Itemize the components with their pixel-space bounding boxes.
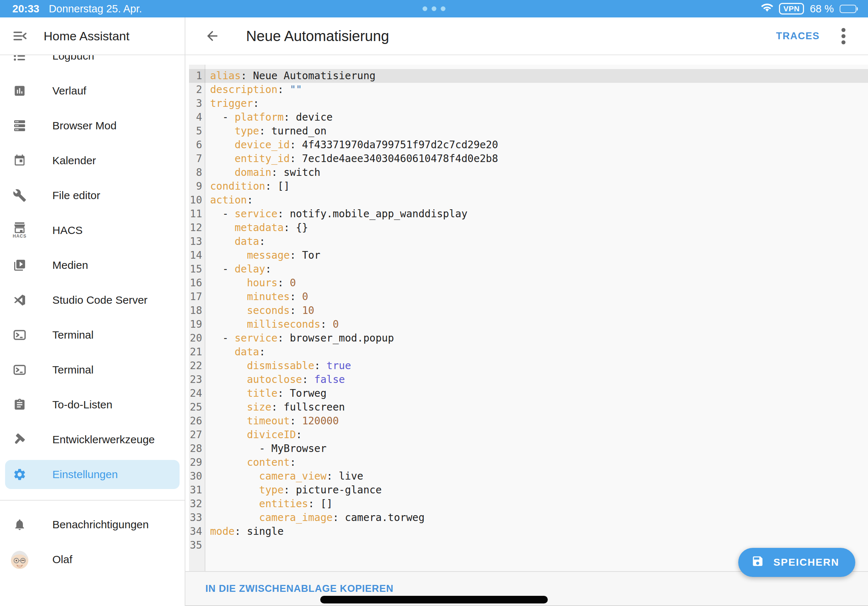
code-text: autoclose: false [205,373,345,386]
sidebar-item-browser-mod[interactable]: Browser Mod [0,108,184,143]
code-line-25[interactable]: 25 size: fullscreen [189,400,868,414]
back-arrow-icon[interactable] [205,28,220,43]
code-line-33[interactable]: 33 camera_image: camera.torweg [189,511,868,525]
todo-list-icon [13,398,26,411]
code-line-2[interactable]: 2description: "" [189,83,868,97]
sidebar-toggle-icon[interactable] [13,30,26,42]
avatar [13,553,26,566]
sidebar-item-hacs[interactable]: HACS HACS [0,213,184,248]
copy-to-clipboard-button[interactable]: IN DIE ZWISCHENABLAGE KOPIEREN [205,583,394,594]
code-text: - service: browser_mod.popup [205,331,394,345]
line-number: 4 [189,110,205,124]
code-line-18[interactable]: 18 seconds: 10 [189,304,868,317]
code-line-3[interactable]: 3trigger: [189,97,868,110]
code-line-31[interactable]: 31 type: picture-glance [189,483,868,497]
code-line-4[interactable]: 4 - platform: device [189,110,868,124]
sidebar-item-profile-olaf[interactable]: Olaf [0,542,184,577]
line-number: 28 [189,442,205,456]
code-line-10[interactable]: 10action: [189,193,868,207]
sidebar-item-kalender[interactable]: Kalender [0,143,184,178]
line-number: 31 [189,483,205,497]
sidebar-item-file-editor[interactable]: File editor [0,178,184,213]
code-line-12[interactable]: 12 metadata: {} [189,221,868,235]
sidebar-item-label: Entwicklerwerkzeuge [52,433,155,446]
code-line-5[interactable]: 5 type: turned_on [189,124,868,138]
code-line-20[interactable]: 20 - service: browser_mod.popup [189,331,868,345]
code-text: alias: Neue Automatisierung [205,69,375,83]
sidebar-divider [0,500,184,501]
sidebar: Home Assistant Logbuch [0,17,185,606]
code-line-28[interactable]: 28 - MyBrowser [189,442,868,456]
code-line-6[interactable]: 6 device_id: 4f43371970da799751f97d2c7cd… [189,138,868,152]
code-text: dismissable: true [205,359,351,373]
line-number: 34 [189,525,205,538]
line-number: 26 [189,414,205,428]
terminal-icon [13,328,26,342]
code-line-7[interactable]: 7 entity_id: 7ec1de4aee34030460610478f4d… [189,152,868,166]
code-text: timeout: 120000 [205,414,339,428]
code-line-13[interactable]: 13 data: [189,235,868,249]
status-date: Donnerstag 25. Apr. [49,3,142,15]
sidebar-item-todo-listen[interactable]: To-do-Listen [0,387,184,422]
code-line-17[interactable]: 17 minutes: 0 [189,290,868,304]
sidebar-item-einstellungen[interactable]: Einstellungen [5,460,180,489]
line-number: 10 [189,193,205,207]
code-text: data: [205,235,265,249]
code-line-29[interactable]: 29 content: [189,456,868,469]
code-line-22[interactable]: 22 dismissable: true [189,359,868,373]
code-line-27[interactable]: 27 diviceID: [189,428,868,442]
code-text: diviceID: [205,428,302,442]
sidebar-item-label: Medien [52,259,88,271]
vscode-icon [13,294,26,307]
code-line-8[interactable]: 8 domain: switch [189,166,868,179]
sidebar-item-verlauf[interactable]: Verlauf [0,73,184,108]
code-line-23[interactable]: 23 autoclose: false [189,373,868,386]
code-line-32[interactable]: 32 entities: [] [189,497,868,511]
terminal-icon [13,363,26,376]
code-line-26[interactable]: 26 timeout: 120000 [189,414,868,428]
code-line-21[interactable]: 21 data: [189,345,868,359]
code-line-15[interactable]: 15 - delay: [189,262,868,276]
code-line-9[interactable]: 9condition: [] [189,179,868,193]
sidebar-item-medien[interactable]: Medien [0,248,184,283]
sidebar-menu: Logbuch Verlauf [0,55,184,606]
code-line-34[interactable]: 34mode: single [189,525,868,538]
line-number: 7 [189,152,205,166]
save-button[interactable]: SPEICHERN [738,548,855,577]
code-line-16[interactable]: 16 hours: 0 [189,276,868,290]
sidebar-item-label: Olaf [52,553,72,566]
page-header: Neue Automatisierung TRACES [185,17,868,55]
line-number: 9 [189,179,205,193]
line-number: 23 [189,373,205,386]
kebab-menu-icon[interactable] [840,26,847,46]
code-text: minutes: 0 [205,290,308,304]
hacs-store-icon: HACS [13,223,26,239]
sidebar-item-label: Einstellungen [52,468,118,481]
home-indicator[interactable] [320,596,548,603]
sidebar-item-logbuch[interactable]: Logbuch [0,55,184,73]
line-number: 32 [189,497,205,511]
code-text: hours: 0 [205,276,296,290]
code-line-1[interactable]: 1alias: Neue Automatisierung [189,69,868,83]
sidebar-item-benachrichtigungen[interactable]: Benachrichtigungen [0,507,184,542]
code-text [205,538,210,552]
line-number: 19 [189,317,205,331]
code-line-14[interactable]: 14 message: Tor [189,249,868,262]
code-line-19[interactable]: 19 milliseconds: 0 [189,317,868,331]
main-panel: Neue Automatisierung TRACES 1alias: Neue… [185,17,868,606]
sidebar-item-terminal-1[interactable]: Terminal [0,317,184,352]
code-line-30[interactable]: 30 camera_view: live [189,469,868,483]
sidebar-item-studio-code-server[interactable]: Studio Code Server [0,283,184,317]
code-line-11[interactable]: 11 - service: notify.mobile_app_wanddisp… [189,207,868,221]
gear-icon [13,468,26,481]
line-number: 14 [189,249,205,262]
line-number: 3 [189,97,205,110]
yaml-editor[interactable]: 1alias: Neue Automatisierung2description… [189,65,868,571]
code-text: message: Tor [205,249,320,262]
code-line-24[interactable]: 24 title: Torweg [189,386,868,400]
traces-button[interactable]: TRACES [776,31,820,42]
sidebar-item-terminal-2[interactable]: Terminal [0,352,184,387]
clock: 20:33 [12,3,39,15]
code-lines: 1alias: Neue Automatisierung2description… [189,65,868,552]
sidebar-item-entwicklerwerkzeuge[interactable]: Entwicklerwerkzeuge [0,422,184,457]
